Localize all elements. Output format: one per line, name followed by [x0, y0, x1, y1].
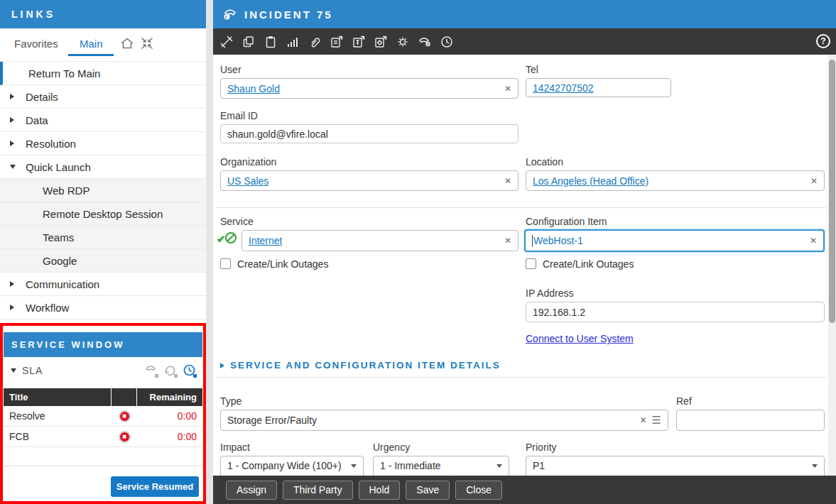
service-outages-label: Create/Link Outages [237, 258, 328, 270]
document-link-icon[interactable] [329, 34, 344, 50]
user-value-link[interactable]: Shaun Gold [227, 83, 280, 94]
config-item-value-link[interactable]: WebHost-1 [533, 235, 583, 246]
ip-address-field[interactable]: 192.168.1.2 [526, 302, 825, 322]
config-outages-checkbox[interactable] [526, 258, 536, 269]
divider [4, 466, 202, 466]
chevron-right-icon [220, 363, 224, 368]
close-button[interactable]: Close [455, 481, 502, 500]
service-resumed-button[interactable]: Service Resumed [111, 476, 199, 497]
third-party-button[interactable]: Third Party [283, 481, 352, 500]
clear-location-icon[interactable] [805, 176, 818, 186]
sidebar-item-remote-desktop-session[interactable]: Remote Desktop Session [0, 202, 206, 226]
divider [217, 207, 826, 208]
tab-favorites[interactable]: Favorites [14, 38, 58, 50]
tel-value-link[interactable]: 14242707502 [533, 82, 594, 94]
settings-icon[interactable] [395, 34, 411, 50]
sidebar-item-communication[interactable]: Communication [0, 273, 206, 296]
email-field[interactable]: shaun.gold@vfire.local [220, 124, 519, 143]
redo-icon[interactable] [163, 363, 178, 378]
app-window: LINKS Favorites Main Return To Main Deta [0, 0, 836, 504]
chevron-down-icon [812, 464, 818, 468]
ref-field[interactable] [676, 410, 825, 431]
sidebar-item-google[interactable]: Google [0, 249, 206, 273]
sidebar-item-data[interactable]: Data [0, 109, 206, 132]
tel-field[interactable]: 14242707502 [526, 78, 671, 97]
clear-type-icon[interactable] [634, 415, 646, 425]
organization-field[interactable]: US Sales [220, 170, 519, 191]
clipboard-icon[interactable] [263, 34, 278, 50]
chevron-right-icon [10, 117, 14, 123]
location-field[interactable]: Los Angeles (Head Office) [526, 170, 825, 191]
settings-link-icon[interactable] [373, 34, 389, 50]
sla-stopped-icon[interactable] [119, 410, 131, 422]
clock-icon[interactable] [183, 363, 197, 378]
history-clock-icon[interactable] [439, 34, 455, 50]
scrollbar-thumb[interactable] [829, 60, 835, 323]
email-label: Email ID [220, 110, 258, 121]
sidebar-item-workflow[interactable]: Workflow [0, 296, 206, 319]
text-caret [532, 235, 533, 247]
sla-row-resolve[interactable]: Resolve 0:00 [4, 406, 202, 427]
attachment-icon[interactable] [307, 34, 322, 50]
phone-icon[interactable] [144, 363, 158, 378]
sidebar-nav: Return To Main Details Data Resolution Q… [0, 61, 206, 319]
ref-label: Ref [676, 395, 692, 407]
clear-organization-icon[interactable] [499, 176, 511, 186]
service-outages-checkbox[interactable] [220, 258, 231, 269]
incident-header: i INCIDENT 75 [213, 0, 836, 28]
priority-label: Priority [526, 442, 557, 453]
sla-row-fcb[interactable]: FCB 0:00 [4, 427, 202, 447]
sidebar-item-teams[interactable]: Teams [0, 226, 206, 249]
copy-icon[interactable] [241, 34, 256, 50]
incident-title: INCIDENT 75 [244, 9, 333, 21]
config-item-field[interactable]: WebHost-1 [524, 229, 825, 252]
sla-remaining-value: 0:00 [137, 410, 202, 422]
phone-icon[interactable] [417, 34, 433, 50]
type-menu-icon[interactable] [647, 414, 661, 427]
sla-table: Title Remaining Resolve 0:00 FCB 0:00 [4, 388, 202, 447]
sidebar-item-return-to-main[interactable]: Return To Main [0, 62, 206, 85]
type-field[interactable]: Storage Error/Faulty [220, 410, 668, 431]
tab-main[interactable]: Main [80, 38, 103, 50]
type-label: Type [220, 395, 241, 407]
user-label: User [220, 64, 241, 75]
help-icon[interactable]: ? [816, 34, 830, 48]
ip-address-label: IP Address [526, 287, 573, 299]
user-field[interactable]: Shaun Gold [220, 78, 519, 99]
pin-link-icon[interactable] [351, 34, 367, 50]
service-window-panel: SERVICE WINDOW SLA [0, 323, 206, 504]
collapse-panel-icon[interactable] [140, 36, 154, 50]
sla-section-header[interactable]: SLA [4, 357, 202, 384]
organization-value-link[interactable]: US Sales [227, 175, 268, 187]
hold-button[interactable]: Hold [359, 481, 401, 500]
clear-config-item-icon[interactable] [804, 236, 817, 246]
clear-service-icon[interactable] [499, 236, 511, 246]
config-outages-label: Create/Link Outages [543, 258, 634, 270]
sla-table-header: Title Remaining [4, 388, 202, 406]
incident-form: User Shaun Gold Tel 14242707502 Email ID… [213, 55, 828, 476]
svg-text:i: i [225, 13, 229, 20]
sidebar-item-quick-launch[interactable]: Quick Launch [0, 155, 206, 179]
save-button[interactable]: Save [406, 481, 450, 500]
tel-label: Tel [526, 64, 538, 75]
service-field[interactable]: Internet [241, 230, 519, 251]
sidebar-item-resolution[interactable]: Resolution [0, 132, 206, 155]
divider [217, 377, 826, 378]
unpin-icon[interactable] [219, 34, 234, 50]
sidebar-item-details[interactable]: Details [0, 85, 206, 109]
home-icon[interactable] [119, 35, 135, 51]
sidebar-item-web-rdp[interactable]: Web RDP [0, 179, 206, 202]
chevron-right-icon [10, 305, 14, 310]
no-outage-icon [224, 231, 237, 244]
bar-chart-icon[interactable] [285, 34, 300, 50]
sla-stopped-icon[interactable] [119, 431, 131, 443]
impact-label: Impact [220, 442, 250, 453]
chevron-right-icon [10, 281, 14, 287]
service-value-link[interactable]: Internet [249, 235, 282, 246]
location-value-link[interactable]: Los Angeles (Head Office) [533, 175, 648, 187]
section-header-service-ci-details[interactable]: SERVICE AND CONFIGURATION ITEM DETAILS [220, 360, 501, 371]
panel-gap [206, 0, 213, 504]
assign-button[interactable]: Assign [226, 481, 277, 500]
connect-to-user-system-link[interactable]: Connect to User System [526, 333, 634, 344]
clear-user-icon[interactable] [499, 84, 511, 94]
